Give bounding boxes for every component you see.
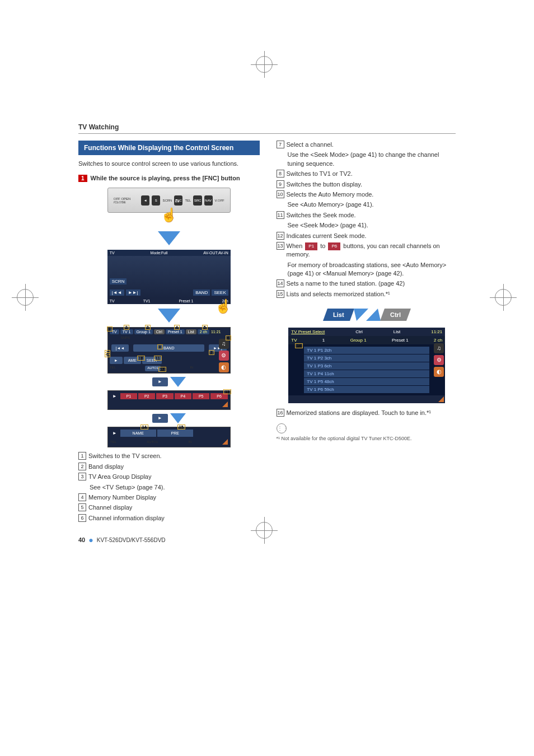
ch-label: 2 ch bbox=[434, 338, 442, 343]
device-button: SRC bbox=[193, 195, 202, 206]
prev-button: |◄◄ bbox=[111, 344, 129, 352]
callout: 6 bbox=[226, 335, 231, 340]
list-chip: List bbox=[186, 329, 196, 334]
callout: 4 bbox=[174, 325, 180, 330]
name-strip: ► NAME PRE TEL AUTO1 IN 14 15 bbox=[107, 427, 231, 447]
num-box: 7 bbox=[277, 141, 284, 148]
device-label: V.OFF bbox=[215, 199, 224, 202]
device-button: ◄ bbox=[141, 195, 149, 206]
callout: 9 bbox=[105, 352, 110, 357]
num-box: 4 bbox=[78, 493, 86, 501]
callout: 16 bbox=[295, 343, 303, 348]
callout: 7 bbox=[209, 350, 214, 355]
play-button: ► bbox=[152, 377, 168, 386]
def-text: Sets a name to the tuned station. (page … bbox=[287, 279, 458, 288]
tv-screen-sim: TV Mode:Full AV-OUT:AV-IN SCRN |◄◄ ►►| B… bbox=[107, 250, 231, 304]
preset-item: TV 1 P5 48ch bbox=[304, 378, 429, 385]
side-button: ◐ bbox=[434, 367, 444, 377]
pre-button: PRE bbox=[157, 430, 193, 437]
intro-text: Switches to source control screen to use… bbox=[78, 160, 260, 168]
device-label: SCRN bbox=[162, 199, 172, 202]
num-box: 8 bbox=[277, 170, 284, 178]
ctrl-label: Ctrl bbox=[355, 329, 362, 334]
def-subnote: See <Auto Memory> (page 41). bbox=[288, 200, 458, 209]
def-text: Selects the Auto Memory mode. bbox=[287, 190, 458, 199]
device-label: TEL bbox=[185, 199, 191, 202]
step-text: While the source is playing, press the [… bbox=[91, 175, 240, 182]
tab-widget: List Ctrl bbox=[288, 305, 445, 321]
side-button: ⚙ bbox=[219, 351, 229, 361]
def-subnote: Use the <Seek Mode> (page 41) to change … bbox=[288, 151, 458, 168]
group-chip: Group 1 bbox=[134, 329, 153, 334]
device-fnc-button: F̲N̲C bbox=[174, 195, 182, 206]
note-icon: ⋮⋮ bbox=[277, 423, 287, 433]
down-arrow-icon bbox=[170, 413, 186, 423]
group-label: Group 1 bbox=[350, 338, 367, 343]
snps-label: SNPS bbox=[110, 336, 130, 339]
num-box: 9 bbox=[277, 180, 284, 188]
screen-label: TV1 bbox=[143, 299, 151, 303]
tel-label: TEL bbox=[110, 440, 116, 444]
preset-btn-img: P1 bbox=[305, 242, 317, 250]
screen-label: AV-OUT:AV-IN bbox=[203, 251, 228, 255]
callout: 10 bbox=[137, 356, 145, 361]
def-text: Band display bbox=[88, 463, 260, 471]
num-box: 14 bbox=[277, 279, 284, 287]
preset-button: P3 bbox=[156, 393, 173, 399]
screen-label: Mode:Full bbox=[151, 251, 168, 255]
down-arrow-icon bbox=[170, 377, 186, 387]
tv-label: TV bbox=[291, 338, 297, 343]
name-button: NAME bbox=[120, 430, 156, 437]
in-label: IN bbox=[190, 366, 193, 371]
def-text: Switches the Seek mode. bbox=[287, 211, 458, 220]
callout: 14 bbox=[140, 424, 148, 430]
def-subnote: See <Seek Mode> (page 41). bbox=[288, 221, 458, 230]
preset-btn-img: P6 bbox=[328, 242, 340, 250]
channel-chip: 2 ch bbox=[198, 329, 209, 334]
num-box: 15 bbox=[277, 290, 284, 298]
callout: 12 bbox=[158, 367, 166, 372]
callout: 13 bbox=[223, 389, 231, 394]
scrn-button: SCRN bbox=[110, 278, 127, 284]
tel-label: TEL bbox=[110, 366, 116, 371]
num-box: 10 bbox=[277, 190, 284, 198]
band-chip: TV 1 bbox=[120, 329, 133, 334]
callout: 11 bbox=[154, 356, 162, 361]
def-text: Switches to TV1 or TV2. bbox=[287, 170, 458, 178]
preset-chip: Preset 1 bbox=[166, 329, 185, 334]
function-box-title: Functions While Displaying the Control S… bbox=[78, 141, 260, 155]
preset-item: TV 1 P6 59ch bbox=[304, 386, 429, 393]
next-button: ►►| bbox=[126, 290, 140, 296]
num-box: 3 bbox=[78, 473, 86, 480]
band-button: BAND bbox=[133, 344, 204, 352]
side-button: ♫ bbox=[434, 343, 444, 353]
preset-item: TV 1 P2 3ch bbox=[304, 354, 429, 362]
num-box: 5 bbox=[78, 503, 86, 511]
device-button: NAV bbox=[204, 195, 213, 206]
page-footer: 40 ● KVT-526DVD/KVT-556DVD bbox=[78, 535, 456, 544]
screen-label: TV bbox=[110, 299, 115, 303]
callout: 15 bbox=[177, 424, 185, 430]
preset-item: TV 1 P3 6ch bbox=[304, 362, 429, 370]
prev-button: |◄◄ bbox=[110, 290, 124, 296]
callout: 5 bbox=[202, 325, 208, 330]
tab-ctrl: Ctrl bbox=[380, 309, 411, 321]
def-text: Select a channel. bbox=[287, 141, 458, 149]
num-box: 1 bbox=[78, 452, 86, 460]
step-number-badge: 1 bbox=[78, 175, 87, 182]
preset-title: TV Preset Select bbox=[291, 329, 325, 334]
num-box: 11 bbox=[277, 211, 284, 219]
corner-icon bbox=[222, 439, 228, 445]
preset-item: TV 1 P4 11ch bbox=[304, 370, 429, 377]
section-header: TV Watching bbox=[78, 123, 456, 134]
down-arrow-icon bbox=[158, 309, 180, 323]
side-button: ⚙ bbox=[434, 355, 444, 365]
def-text: Memory Number Display bbox=[88, 493, 260, 502]
step-header: 1 While the source is playing, press the… bbox=[78, 175, 260, 182]
corner-icon bbox=[438, 396, 444, 402]
down-arrow-icon bbox=[158, 231, 180, 245]
preset-label: Preset 1 bbox=[392, 338, 409, 343]
control-screen: TV TV 1 Group 1 Ctrl Preset 1 List 2 ch … bbox=[107, 327, 231, 374]
num-box: 6 bbox=[78, 514, 86, 522]
preset-select-screen: TV Preset Select Ctrl List 11:21 TV 1 Gr… bbox=[288, 328, 445, 403]
